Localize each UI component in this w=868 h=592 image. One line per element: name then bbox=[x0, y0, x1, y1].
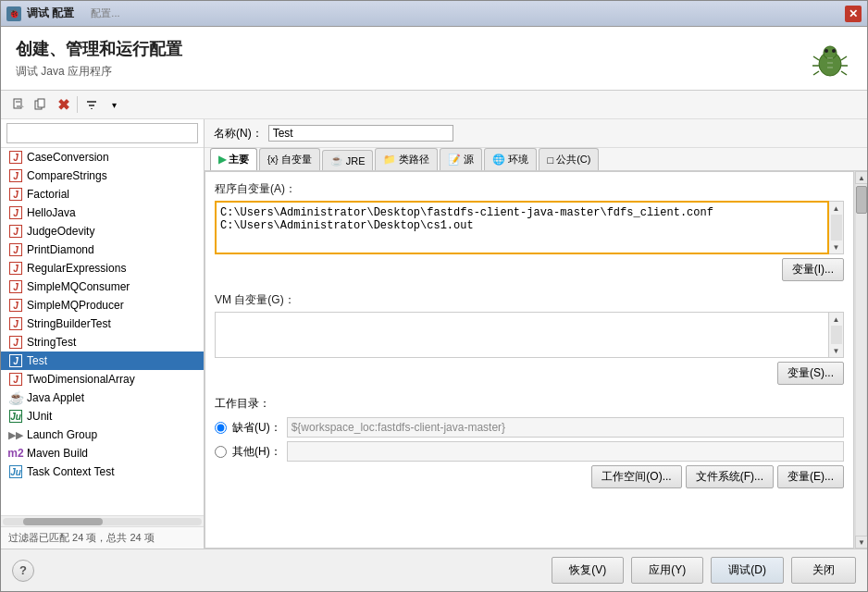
tree-item-case-conversion[interactable]: J CaseConversion bbox=[1, 148, 204, 166]
tree-item-maven-build[interactable]: m2 Maven Build bbox=[1, 444, 204, 462]
scroll-up-arrow[interactable]: ▲ bbox=[830, 202, 843, 215]
tab-env[interactable]: 🌐 环境 bbox=[484, 148, 537, 170]
tree-item-label: JUnit bbox=[27, 410, 52, 423]
tree-item-junit[interactable]: Ju JUnit bbox=[1, 407, 204, 426]
tree-item-java-applet[interactable]: ☕ Java Applet bbox=[1, 388, 204, 407]
tab-main[interactable]: ▶ 主要 bbox=[210, 148, 257, 170]
maven-icon: m2 bbox=[8, 446, 23, 461]
svg-rect-18 bbox=[38, 99, 44, 107]
tree-list: J CaseConversion J CompareStrings J Fact… bbox=[1, 148, 204, 515]
apply-button[interactable]: 应用(Y) bbox=[631, 557, 703, 584]
workdir-buttons: 工作空间(O)... 文件系统(F)... 变量(E)... bbox=[215, 465, 844, 488]
config-main: 程序自变量(A)： C:\Users\Administrator\Desktop… bbox=[205, 171, 854, 549]
vm-vars-button[interactable]: 变量(S)... bbox=[777, 362, 844, 385]
copy-config-button[interactable] bbox=[31, 94, 51, 115]
config-name-bar: 名称(N)： bbox=[205, 119, 867, 148]
scroll-down-arrow[interactable]: ▼ bbox=[830, 240, 843, 253]
header-title: 创建、管理和运行配置 bbox=[16, 38, 182, 60]
tree-item-launch-group[interactable]: ▶▶ Launch Group bbox=[1, 426, 204, 444]
program-vars-textarea[interactable]: C:\Users\Administrator\Desktop\fastdfs-c… bbox=[215, 201, 829, 254]
tree-item-test[interactable]: J Test bbox=[1, 352, 204, 370]
java-app-icon: J bbox=[8, 279, 23, 294]
help-button[interactable]: ? bbox=[12, 560, 34, 582]
java-app-icon: J bbox=[8, 168, 23, 183]
program-vars-button[interactable]: 变量(I)... bbox=[782, 258, 844, 281]
tab-vars-label: 自变量 bbox=[281, 153, 312, 166]
tree-item-compare-strings[interactable]: J CompareStrings bbox=[1, 166, 204, 185]
java-app-icon: J bbox=[8, 372, 23, 387]
vm-vars-textarea[interactable] bbox=[215, 312, 829, 358]
tree-item-regular-expressions[interactable]: J RegularExpressions bbox=[1, 259, 204, 278]
svg-point-2 bbox=[825, 49, 828, 53]
tab-env-icon: 🌐 bbox=[492, 154, 505, 166]
tree-item-label: Launch Group bbox=[27, 428, 97, 441]
config-scroll-down[interactable]: ▼ bbox=[855, 536, 867, 549]
search-input[interactable] bbox=[6, 123, 198, 143]
tab-vars[interactable]: {x} 自变量 bbox=[259, 148, 320, 170]
main-window: 🐞 调试 配置 配置... ✕ 创建、管理和运行配置 调试 Java 应用程序 bbox=[0, 0, 868, 592]
hscrollbar-thumb bbox=[23, 518, 103, 525]
workspace-button[interactable]: 工作空间(O)... bbox=[591, 465, 681, 488]
tree-item-print-diamond[interactable]: J PrintDiamond bbox=[1, 240, 204, 259]
vm-scroll-down-arrow[interactable]: ▼ bbox=[830, 344, 843, 357]
delete-config-button[interactable]: ✖ bbox=[53, 94, 73, 115]
java-app-icon: J bbox=[8, 224, 23, 239]
vm-vars-btn-row: 变量(S)... bbox=[215, 362, 844, 385]
svg-point-1 bbox=[824, 46, 837, 59]
tab-jre[interactable]: ☕ JRE bbox=[322, 150, 374, 170]
title-action-1[interactable]: 配置... bbox=[87, 6, 123, 20]
window-title: 调试 配置 bbox=[27, 6, 74, 21]
tree-item-label: SimpleMQProducer bbox=[27, 299, 124, 312]
tree-item-label: Task Context Test bbox=[27, 465, 115, 478]
debug-button[interactable]: 调试(D) bbox=[711, 557, 784, 584]
left-panel-hscrollbar[interactable] bbox=[1, 515, 204, 526]
bug-icon bbox=[808, 38, 852, 82]
tab-classpath[interactable]: 📁 类路径 bbox=[375, 148, 438, 170]
tree-item-factorial[interactable]: J Factorial bbox=[1, 185, 204, 204]
config-scroll-thumb bbox=[856, 186, 867, 214]
tree-item-label: Maven Build bbox=[27, 447, 88, 460]
svg-line-6 bbox=[813, 71, 819, 75]
more-button[interactable]: ▾ bbox=[104, 94, 124, 115]
tree-item-two-dimensional-array[interactable]: J TwoDimensionalArray bbox=[1, 370, 204, 388]
title-bar-left: 🐞 调试 配置 配置... bbox=[6, 6, 124, 21]
vm-scroll-up-arrow[interactable]: ▲ bbox=[830, 313, 843, 326]
tree-item-simple-mq-producer[interactable]: J SimpleMQProducer bbox=[1, 296, 204, 314]
window-icon: 🐞 bbox=[6, 6, 21, 21]
tree-item-label: PrintDiamond bbox=[27, 243, 94, 256]
tree-item-hello-java[interactable]: J HelloJava bbox=[1, 204, 204, 222]
tree-item-label: SimpleMQConsumer bbox=[27, 280, 130, 293]
tab-source[interactable]: 📝 源 bbox=[440, 148, 482, 170]
tree-item-label: JudgeOdevity bbox=[27, 225, 94, 238]
tab-classpath-label: 类路径 bbox=[399, 153, 429, 166]
filesystem-button[interactable]: 文件系统(F)... bbox=[686, 465, 774, 488]
tree-item-judge-odevity[interactable]: J JudgeOdevity bbox=[1, 222, 204, 240]
config-name-input[interactable] bbox=[268, 125, 453, 142]
other-radio[interactable] bbox=[215, 446, 227, 458]
tree-item-simple-mq-consumer[interactable]: J SimpleMQConsumer bbox=[1, 278, 204, 296]
other-path-input[interactable] bbox=[287, 441, 844, 462]
filter-status: 过滤器已匹配 24 项，总共 24 项 bbox=[1, 526, 204, 549]
tree-item-label: StringBuilderTest bbox=[27, 317, 111, 330]
applet-icon: ☕ bbox=[8, 390, 23, 405]
close-button[interactable]: 关闭 bbox=[791, 557, 856, 584]
default-radio-label: 缺省(U)： bbox=[232, 420, 281, 436]
tree-item-string-test[interactable]: J StringTest bbox=[1, 333, 204, 352]
svg-point-3 bbox=[832, 49, 836, 53]
tree-item-task-context-test[interactable]: Ju Task Context Test bbox=[1, 462, 204, 481]
filter-button[interactable] bbox=[81, 94, 102, 115]
tree-item-string-builder-test[interactable]: J StringBuilderTest bbox=[1, 314, 204, 333]
config-scroll-up[interactable]: ▲ bbox=[855, 171, 867, 184]
other-radio-row: 其他(H)： bbox=[215, 441, 844, 462]
restore-button[interactable]: 恢复(V) bbox=[552, 557, 624, 584]
new-config-button[interactable] bbox=[8, 94, 29, 115]
tree-item-label: TwoDimensionalArray bbox=[27, 373, 135, 386]
tab-jre-label: JRE bbox=[346, 155, 366, 166]
default-radio[interactable] bbox=[215, 422, 227, 434]
tree-item-label: RegularExpressions bbox=[27, 262, 126, 275]
variables-button[interactable]: 变量(E)... bbox=[777, 465, 844, 488]
tab-common[interactable]: □ 公共(C) bbox=[539, 148, 599, 170]
close-button[interactable]: ✕ bbox=[845, 6, 862, 22]
scroll-track bbox=[831, 215, 842, 240]
java-app-icon: J bbox=[8, 353, 23, 368]
